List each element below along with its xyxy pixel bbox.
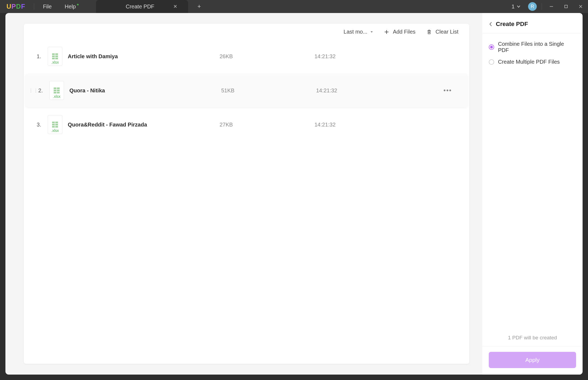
body: Last mo... Add Files Clear List 1.: [0, 13, 588, 380]
file-row[interactable]: 3. .xlsx Quora&Reddit - Fawad Pirzada 27…: [24, 108, 469, 141]
add-files-button[interactable]: Add Files: [384, 29, 415, 35]
add-files-label: Add Files: [393, 29, 415, 35]
sidebar-back-button[interactable]: [489, 21, 493, 27]
menu-help-label: Help: [65, 4, 76, 10]
xlsx-file-icon: .xlsx: [48, 115, 62, 134]
row-index: 1.: [34, 53, 48, 60]
app-window: UPDF File Help Create PDF ✕ + 1 R: [0, 0, 588, 380]
workspace: Last mo... Add Files Clear List 1.: [5, 13, 583, 375]
clear-list-button[interactable]: Clear List: [426, 29, 458, 35]
chevron-down-icon: [517, 5, 520, 8]
option-label: Combine Files into a Single PDF: [498, 41, 576, 53]
window-close-button[interactable]: [573, 0, 588, 13]
file-row[interactable]: ⋮⋮ 2. .xlsx Quora - Nitika 51KB 14:21:32…: [25, 74, 468, 107]
notification-dot-icon: [77, 4, 79, 5]
main-panel: Last mo... Add Files Clear List 1.: [11, 13, 482, 375]
sort-label: Last mo...: [343, 29, 367, 35]
radio-unselected-icon: [489, 59, 494, 65]
minimize-icon: [549, 4, 554, 9]
content-card: Last mo... Add Files Clear List 1.: [24, 24, 469, 364]
divider: [542, 3, 542, 10]
titlebar-right: 1 R: [507, 0, 588, 13]
tab-title: Create PDF: [126, 4, 155, 10]
option-label: Create Multiple PDF Files: [498, 59, 560, 65]
row-index: 3.: [34, 122, 48, 128]
menu-file[interactable]: File: [36, 0, 58, 13]
tab-add-button[interactable]: +: [195, 3, 204, 10]
close-icon: [579, 5, 583, 8]
sidebar: Create PDF Combine Files into a Single P…: [482, 13, 583, 375]
file-list: 1. .xlsx Article with Damiya 26KB 14:21:…: [24, 40, 469, 364]
file-time: 14:21:32: [314, 122, 396, 128]
file-name: Article with Damiya: [68, 53, 220, 60]
radio-selected-icon: [489, 44, 494, 50]
option-combine-single[interactable]: Combine Files into a Single PDF: [482, 38, 583, 56]
file-ext: .xlsx: [53, 94, 60, 99]
spacer: [482, 68, 583, 329]
option-create-multiple[interactable]: Create Multiple PDF Files: [482, 56, 583, 68]
clear-list-label: Clear List: [436, 29, 458, 35]
sort-dropdown[interactable]: Last mo...: [343, 29, 373, 35]
tab-create-pdf[interactable]: Create PDF ✕: [96, 0, 188, 13]
file-row[interactable]: 1. .xlsx Article with Damiya 26KB 14:21:…: [24, 40, 469, 73]
svg-rect-0: [565, 5, 567, 8]
window-count-dropdown[interactable]: 1: [507, 2, 525, 11]
triangle-down-icon: [370, 30, 373, 34]
file-ext: .xlsx: [51, 60, 59, 64]
file-name: Quora - Nitika: [69, 87, 221, 94]
file-size: 27KB: [220, 122, 314, 128]
file-time: 14:21:32: [316, 87, 397, 94]
xlsx-file-icon: .xlsx: [48, 47, 62, 66]
apply-button[interactable]: Apply: [489, 352, 576, 368]
maximize-icon: [564, 5, 568, 8]
divider: [482, 346, 583, 346]
drag-handle-icon[interactable]: ⋮⋮: [29, 88, 38, 93]
sidebar-status: 1 PDF will be created: [482, 329, 583, 346]
avatar[interactable]: R: [528, 2, 537, 11]
sidebar-title: Create PDF: [496, 21, 528, 28]
divider: [34, 3, 34, 10]
row-more-button[interactable]: •••: [444, 87, 452, 94]
tab-close-icon[interactable]: ✕: [173, 4, 177, 9]
window-count-value: 1: [512, 4, 515, 10]
trash-icon: [426, 29, 432, 35]
file-name: Quora&Reddit - Fawad Pirzada: [68, 122, 220, 128]
menu-help[interactable]: Help: [58, 0, 85, 13]
file-size: 51KB: [221, 87, 316, 94]
file-time: 14:21:32: [314, 53, 396, 60]
app-logo: UPDF: [0, 3, 32, 10]
window-minimize-button[interactable]: [544, 0, 559, 13]
file-ext: .xlsx: [51, 128, 59, 133]
chevron-left-icon: [489, 21, 493, 27]
window-maximize-button[interactable]: [559, 0, 573, 13]
xlsx-file-icon: .xlsx: [49, 81, 64, 100]
plus-icon: [384, 30, 389, 34]
titlebar: UPDF File Help Create PDF ✕ + 1 R: [0, 0, 588, 13]
sidebar-header: Create PDF: [482, 20, 583, 33]
list-toolbar: Last mo... Add Files Clear List: [24, 24, 469, 40]
file-size: 26KB: [220, 53, 314, 60]
